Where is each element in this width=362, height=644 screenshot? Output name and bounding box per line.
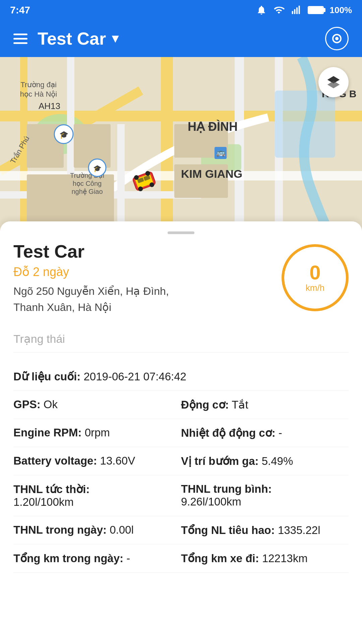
gps-button[interactable] bbox=[325, 27, 349, 50]
svg-rect-2 bbox=[296, 7, 298, 14]
vehicle-name: Test Car bbox=[13, 241, 282, 262]
svg-text:nghệ Giao: nghệ Giao bbox=[71, 188, 103, 195]
svg-marker-50 bbox=[327, 81, 340, 88]
vehicle-info-left: Test Car Đỗ 2 ngày Ngõ 250 Nguyễn Xiển, … bbox=[13, 241, 282, 315]
speed-unit: km/h bbox=[306, 283, 324, 293]
km-total-label: Tổng km xe đi: bbox=[181, 552, 259, 565]
status-icons: 100% bbox=[256, 5, 352, 15]
svg-text:học Công: học Công bbox=[73, 180, 102, 187]
fuel-total-cell: Tổng NL tiêu hao: 1335.22l bbox=[181, 524, 349, 537]
fuel-day-cell: THNL trong ngày: 0.00l bbox=[13, 524, 181, 537]
battery-cell: Battery voltage: 13.60V bbox=[13, 454, 181, 468]
map-view[interactable]: HẠ ĐÌNH KIM GIANG AH13 Trần Phú Trường đ… bbox=[0, 57, 362, 231]
svg-rect-0 bbox=[292, 11, 293, 14]
km-day-total-row: Tổng km trong ngày: - Tổng km xe đi: 122… bbox=[13, 544, 349, 573]
fuel-avg-cell: THNL trung bình: 9.26l/100km bbox=[181, 483, 349, 508]
fuel-instant-avg-row: THNL tức thời: 1.20l/100km THNL trung bì… bbox=[13, 475, 349, 516]
gps-cell: GPS: Ok bbox=[13, 398, 181, 411]
km-day-label: Tổng km trong ngày: bbox=[13, 552, 123, 565]
battery-icon bbox=[308, 6, 324, 14]
layer-toggle-button[interactable] bbox=[318, 67, 349, 97]
fuel-day-total-row: THNL trong ngày: 0.00l Tổng NL tiêu hao:… bbox=[13, 516, 349, 544]
svg-text:KIM GIANG: KIM GIANG bbox=[181, 167, 242, 180]
wifi-icon bbox=[273, 5, 285, 15]
svg-text:🚌: 🚌 bbox=[216, 148, 226, 157]
app-bar: Test Car ▼ bbox=[0, 20, 362, 57]
engine-label: Động cơ: bbox=[181, 398, 229, 411]
engine-temp-cell: Nhiệt độ động cơ: - bbox=[181, 426, 349, 439]
status-bar: 7:47 100% bbox=[0, 0, 362, 20]
fuel-day-label: THNL trong ngày: bbox=[13, 524, 107, 536]
speed-value: 0 bbox=[309, 263, 320, 283]
gps-engine-row: GPS: Ok Động cơ: Tắt bbox=[13, 391, 349, 419]
fuel-day-value: 0.00l bbox=[110, 524, 134, 536]
svg-text:HẠ ĐÌNH: HẠ ĐÌNH bbox=[188, 120, 238, 133]
map-svg: HẠ ĐÌNH KIM GIANG AH13 Trần Phú Trường đ… bbox=[0, 57, 362, 231]
status-label: Trạng thái bbox=[13, 325, 349, 353]
fuel-avg-value: 9.26l/100km bbox=[181, 495, 349, 508]
sheet-handle[interactable] bbox=[13, 228, 349, 241]
km-total-value: 12213km bbox=[262, 552, 308, 565]
battery-percent: 100% bbox=[330, 5, 352, 15]
vehicle-status: Đỗ 2 ngày bbox=[13, 265, 282, 279]
data-section: Dữ liệu cuối: 2019-06-21 07:46:42 GPS: O… bbox=[13, 363, 349, 573]
vehicle-header: Test Car Đỗ 2 ngày Ngõ 250 Nguyễn Xiển, … bbox=[13, 241, 349, 315]
battery-label: Battery voltage: bbox=[13, 454, 97, 467]
rpm-label: Engine RPM: bbox=[13, 426, 82, 439]
app-title-area[interactable]: Test Car ▼ bbox=[38, 29, 121, 49]
engine-cell: Động cơ: Tắt bbox=[181, 398, 349, 411]
svg-text:học Hà Nội: học Hà Nội bbox=[20, 90, 57, 98]
rpm-value: 0rpm bbox=[85, 426, 110, 439]
fuel-instant-cell: THNL tức thời: 1.20l/100km bbox=[13, 483, 181, 508]
status-time: 7:47 bbox=[10, 4, 30, 16]
menu-button[interactable] bbox=[13, 34, 27, 44]
svg-text:🎓: 🎓 bbox=[93, 164, 102, 172]
vehicle-address: Ngõ 250 Nguyễn Xiển, Hạ Đình, Thanh Xuân… bbox=[13, 283, 201, 315]
throttle-value: 5.49% bbox=[262, 455, 293, 467]
km-day-cell: Tổng km trong ngày: - bbox=[13, 552, 181, 565]
signal-icon bbox=[291, 5, 302, 15]
gps-value: Ok bbox=[44, 398, 58, 411]
engine-temp-value: - bbox=[279, 427, 282, 439]
alarm-icon bbox=[256, 5, 267, 15]
svg-text:AH13: AH13 bbox=[39, 101, 60, 111]
engine-value: Tắt bbox=[232, 398, 248, 411]
km-day-value: - bbox=[126, 552, 130, 565]
last-data-value: 2019-06-21 07:46:42 bbox=[84, 370, 186, 383]
engine-temp-label: Nhiệt độ động cơ: bbox=[181, 427, 276, 439]
svg-rect-1 bbox=[294, 9, 295, 14]
speedometer: 0 km/h bbox=[282, 244, 349, 311]
fuel-total-value: 1335.22l bbox=[278, 524, 320, 536]
throttle-cell: Vị trí bướm ga: 5.49% bbox=[181, 454, 349, 468]
svg-text:Trường đại: Trường đại bbox=[20, 80, 57, 89]
svg-rect-17 bbox=[67, 57, 74, 191]
rpm-temp-row: Engine RPM: 0rpm Nhiệt độ động cơ: - bbox=[13, 419, 349, 447]
throttle-label: Vị trí bướm ga: bbox=[181, 455, 259, 467]
app-title: Test Car bbox=[38, 29, 106, 49]
svg-rect-9 bbox=[161, 57, 173, 231]
fuel-total-label: Tổng NL tiêu hao: bbox=[181, 524, 275, 536]
fuel-instant-label: THNL tức thời: bbox=[13, 483, 181, 496]
fuel-avg-label: THNL trung bình: bbox=[181, 483, 349, 495]
gps-label: GPS: bbox=[13, 398, 41, 411]
svg-text:🎓: 🎓 bbox=[59, 130, 69, 139]
layers-icon bbox=[326, 75, 341, 90]
last-data-row: Dữ liệu cuối: 2019-06-21 07:46:42 bbox=[13, 363, 349, 391]
dropdown-arrow-icon: ▼ bbox=[109, 32, 121, 46]
bottom-sheet: Test Car Đỗ 2 ngày Ngõ 250 Nguyễn Xiển, … bbox=[0, 221, 362, 644]
last-data-label: Dữ liệu cuối: bbox=[13, 370, 80, 383]
svg-rect-18 bbox=[117, 124, 125, 231]
battery-throttle-row: Battery voltage: 13.60V Vị trí bướm ga: … bbox=[13, 447, 349, 475]
battery-value: 13.60V bbox=[100, 454, 135, 467]
rpm-cell: Engine RPM: 0rpm bbox=[13, 426, 181, 439]
gps-dot-icon bbox=[332, 34, 342, 43]
km-total-cell: Tổng km xe đi: 12213km bbox=[181, 552, 349, 565]
fuel-instant-value: 1.20l/100km bbox=[13, 496, 181, 508]
svg-rect-3 bbox=[298, 6, 300, 14]
